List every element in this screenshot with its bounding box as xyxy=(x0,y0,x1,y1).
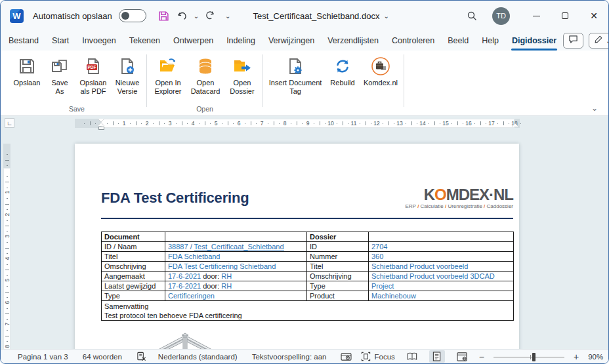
tab-digidossier[interactable]: Digidossier xyxy=(505,31,563,51)
zoom-in-button[interactable]: + xyxy=(574,352,579,362)
rebuild-button[interactable]: Rebuild xyxy=(326,53,360,87)
floppy-disk-icon xyxy=(16,55,37,77)
tab-invoegen[interactable]: Invoegen xyxy=(75,31,122,51)
tab-beeld[interactable]: Beeld xyxy=(441,31,475,51)
table-cell[interactable]: ID xyxy=(307,242,369,252)
table-cell[interactable]: Schietband Product voorbeeld xyxy=(369,262,514,272)
ruler-tick xyxy=(440,123,440,125)
save-icon[interactable] xyxy=(157,9,171,23)
tab-controleren[interactable]: Controleren xyxy=(385,31,441,51)
table-cell[interactable]: Machinebouw xyxy=(369,291,514,301)
save-as-button[interactable]: Save As xyxy=(45,53,75,96)
table-row: TitelFDA SchietbandNummer360 xyxy=(102,252,514,262)
word-count[interactable]: 64 woorden xyxy=(83,353,122,361)
focus-mode-button[interactable]: Focus xyxy=(361,351,394,363)
tab-tekenen[interactable]: Tekenen xyxy=(123,31,167,51)
table-cell[interactable]: Omschrijving xyxy=(307,272,369,281)
horizontal-ruler[interactable]: ∟ 123456789101112131415161718 xyxy=(1,116,608,131)
table-cell[interactable]: Certificeringen xyxy=(165,291,307,301)
tab-indeling[interactable]: Indeling xyxy=(220,31,262,51)
table-cell[interactable]: 38887 / Test_Certificaat_Schietband xyxy=(165,242,307,252)
open-in-explorer-button[interactable]: Open In Explorer xyxy=(150,53,186,96)
table-cell[interactable]: Titel xyxy=(102,252,165,262)
database-icon xyxy=(195,55,216,77)
tab-selector-icon[interactable]: ∟ xyxy=(5,118,14,128)
table-cell[interactable]: Project xyxy=(369,281,514,291)
zoom-slider[interactable] xyxy=(494,352,564,361)
tab-start[interactable]: Start xyxy=(45,31,75,51)
table-cell[interactable]: FDA Test Certificering Schietband xyxy=(165,262,307,272)
insert-document-tag-button[interactable]: Insert Document Tag xyxy=(266,53,324,96)
table-cell[interactable]: ID / Naam xyxy=(102,242,165,252)
tab-verzendlijsten[interactable]: Verzendlijsten xyxy=(321,31,385,51)
table-cell[interactable]: Omschrijving xyxy=(102,262,165,272)
document-page[interactable]: FDA Test Certificering KOMDEX·NL ERP / C… xyxy=(75,144,519,350)
table-cell[interactable]: Titel xyxy=(307,262,369,272)
table-cell[interactable]: Product xyxy=(307,291,369,301)
first-line-indent-marker[interactable] xyxy=(98,119,104,122)
web-layout-button[interactable] xyxy=(454,350,470,363)
tab-ontwerpen[interactable]: Ontwerpen xyxy=(167,31,220,51)
document-heading[interactable]: FDA Test Certificering xyxy=(101,190,249,207)
doc-table[interactable]: DocumentDossierID / Naam38887 / Test_Cer… xyxy=(101,232,514,321)
table-cell[interactable]: Aangemaakt xyxy=(102,272,165,281)
table-cell[interactable] xyxy=(165,232,307,242)
table-cell[interactable]: 360 xyxy=(369,252,514,262)
tab-verwijzingen[interactable]: Verwijzingen xyxy=(262,31,321,51)
table-cell[interactable]: 2704 xyxy=(369,242,514,252)
document-title[interactable]: Test_Certificaat_Schietband.docx ⌄ xyxy=(253,11,388,21)
table-cell[interactable]: SamenvattingTest protocol ten behoeve FD… xyxy=(102,301,514,321)
language-indicator[interactable]: Nederlands (standaard) xyxy=(158,353,238,361)
komdex-nl-button[interactable]: Komdex.nl xyxy=(361,53,400,87)
ruler-tick xyxy=(452,123,452,125)
tab-bestand[interactable]: Bestand xyxy=(2,31,45,51)
open-datacard-button[interactable]: Open Datacard xyxy=(187,53,224,96)
qat-more-chevron-icon[interactable]: ⌄ xyxy=(225,12,230,20)
autosave-toggle[interactable] xyxy=(119,9,146,22)
close-button[interactable]: ✕ xyxy=(579,3,608,29)
text-prediction-indicator[interactable]: Tekstvoorspelling: aan xyxy=(252,353,327,361)
collapse-ribbon-chevron-icon[interactable]: ⌄ xyxy=(591,104,598,113)
opslaan-als-pdf-button[interactable]: PDF Opslaan als PDF xyxy=(76,53,110,96)
account-avatar[interactable]: TD xyxy=(492,7,510,25)
tab-help[interactable]: Help xyxy=(475,31,505,51)
maximize-button[interactable] xyxy=(551,3,579,29)
read-mode-button[interactable] xyxy=(404,350,420,363)
ruler-number: 3 xyxy=(4,232,10,241)
page-indicator[interactable]: Pagina 1 van 3 xyxy=(18,353,68,361)
nieuwe-versie-button[interactable]: Nieuwe Versie xyxy=(112,53,143,96)
right-indent-marker[interactable] xyxy=(512,123,518,127)
cad-drawing-image[interactable] xyxy=(148,332,224,350)
table-cell[interactable]: 17-6-2021 door: RH xyxy=(165,272,307,281)
table-cell[interactable]: Type xyxy=(102,291,165,301)
search-icon[interactable] xyxy=(462,6,482,26)
hanging-indent-marker[interactable] xyxy=(98,123,104,126)
table-cell[interactable]: Dossier xyxy=(307,232,369,242)
macro-record-icon[interactable] xyxy=(341,351,352,363)
table-cell[interactable]: Type xyxy=(307,281,369,291)
table-cell[interactable]: Document xyxy=(102,232,165,242)
vertical-ruler[interactable]: 12345678 xyxy=(2,131,12,350)
table-cell[interactable]: Nummer xyxy=(307,252,369,262)
undo-icon[interactable] xyxy=(175,9,190,23)
document-area[interactable]: 12345678 FDA Test Certificering KOMDEX·N… xyxy=(1,131,608,350)
ruler-number: 7 xyxy=(4,319,10,329)
proofing-errors-icon[interactable] xyxy=(136,351,146,363)
table-cell[interactable]: Schietband Product voorbeeld 3DCAD xyxy=(369,272,514,281)
comments-button[interactable] xyxy=(563,33,583,49)
redo-icon[interactable] xyxy=(203,9,217,23)
table-cell[interactable]: 17-6-2021 door: RH xyxy=(165,281,307,291)
zoom-slider-handle[interactable] xyxy=(532,353,536,361)
open-dossier-button[interactable]: Open Dossier xyxy=(225,53,259,96)
zoom-out-button[interactable]: − xyxy=(479,352,484,362)
editing-mode-button[interactable]: ⌄ xyxy=(589,33,609,49)
table-cell[interactable]: Laatst gewijzigd xyxy=(102,281,165,291)
undo-dropdown-chevron-icon[interactable]: ⌄ xyxy=(194,12,199,20)
opslaan-button[interactable]: Opslaan xyxy=(10,53,43,87)
table-cell[interactable] xyxy=(369,232,514,242)
table-cell[interactable]: FDA Schietband xyxy=(165,252,307,262)
zoom-level[interactable]: 90% xyxy=(588,353,603,361)
print-layout-button[interactable] xyxy=(429,350,445,363)
left-indent-marker[interactable] xyxy=(98,127,104,130)
minimize-button[interactable] xyxy=(522,3,551,29)
